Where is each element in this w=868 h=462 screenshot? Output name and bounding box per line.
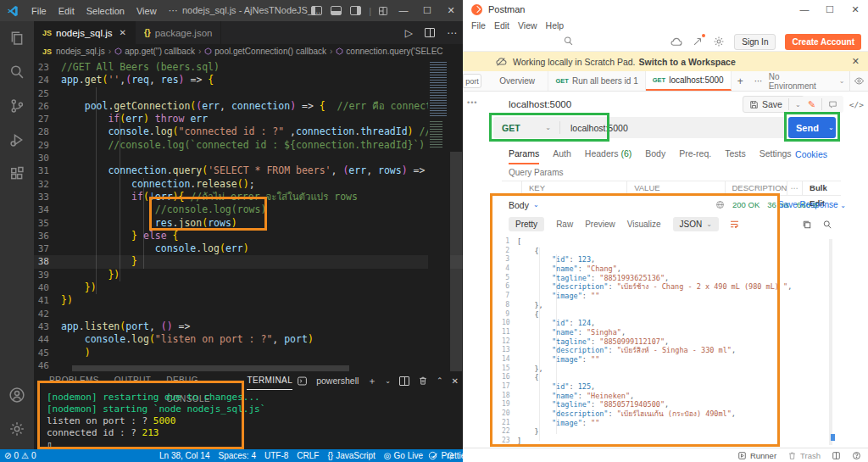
two-pane-view-icon[interactable] (832, 451, 841, 460)
indentation[interactable]: Spaces: 4 (219, 451, 256, 460)
encoding[interactable]: UTF-8 (264, 451, 288, 460)
tab-options-icon[interactable]: ⋯ (749, 71, 769, 91)
customize-layout-icon[interactable] (378, 6, 388, 16)
tab-close-icon[interactable]: ✕ (120, 28, 126, 37)
search-response-icon[interactable] (822, 220, 832, 230)
source-control-icon[interactable] (8, 89, 25, 123)
search-icon[interactable] (8, 55, 25, 89)
split-terminal-icon[interactable] (399, 376, 409, 386)
settings-gear-icon[interactable] (8, 412, 25, 449)
environment-selector[interactable]: No Environment ⌄ (769, 72, 850, 91)
toggle-panel-icon[interactable] (331, 6, 342, 15)
response-status[interactable]: 200 OK (732, 200, 760, 209)
tab-prerequest[interactable]: Pre-req. (679, 144, 711, 164)
wrap-lines-icon[interactable] (729, 219, 740, 230)
minimize-button[interactable]: — (792, 0, 817, 19)
notifications-bell-icon[interactable] (446, 451, 455, 460)
breadcrumb-file[interactable]: nodejs_sql.js (56, 47, 105, 56)
params-more-icon[interactable]: ⋯ (787, 181, 804, 196)
toggle-secondary-sidebar-icon[interactable] (350, 6, 361, 15)
breadcrumb[interactable]: JS nodejs_sql.js › app.get('') callback … (34, 44, 463, 58)
import-button-fragment[interactable]: port (463, 74, 481, 88)
tab-settings[interactable]: Settings (760, 144, 792, 164)
sync-cloud-icon[interactable] (670, 36, 682, 48)
url-input[interactable]: localhost:5000 (560, 123, 628, 133)
maximize-panel-icon[interactable]: ⌃ (437, 376, 443, 385)
column-value[interactable]: VALUE (627, 181, 725, 196)
go-live-button[interactable]: ◎ Go Live (384, 451, 423, 460)
trash-button[interactable]: Trash (787, 451, 821, 460)
breadcrumb-item[interactable]: pool.getConnection() callback (214, 47, 326, 56)
terminal-output[interactable]: [nodemon] restarting due to changes...[n… (34, 392, 265, 451)
menu-view[interactable]: View (518, 20, 537, 31)
param-checkbox-column[interactable] (502, 181, 522, 196)
view-visualize-button[interactable]: Visualize (627, 220, 661, 229)
tab-run-all-beers[interactable]: GET Run all beers id 1 (548, 71, 645, 91)
cursor-position[interactable]: Ln 38, Col 14 (159, 451, 210, 460)
menu-view[interactable]: View (131, 6, 163, 16)
sign-in-button[interactable]: Sign In (734, 34, 776, 50)
menu-help[interactable]: Help (546, 20, 565, 31)
method-selector[interactable]: GET ⌄ (493, 123, 559, 133)
runner-button[interactable]: Runner (737, 451, 776, 460)
capture-requests-icon[interactable] (692, 36, 704, 47)
tab-debug-console[interactable]: DEBUG CONSOLE (166, 371, 231, 390)
rename-pencil-icon[interactable]: ✎ (802, 99, 821, 110)
tab-body[interactable]: Body (645, 144, 665, 164)
toggle-sidebar-icon[interactable] (311, 6, 322, 15)
send-button[interactable]: Send ⌄ (788, 117, 836, 138)
close-button[interactable]: ✕ (439, 0, 463, 21)
minimap[interactable] (428, 58, 450, 371)
eol-sequence[interactable]: CRLF (297, 451, 319, 460)
save-response-button[interactable]: Save Response ⌄ (778, 200, 846, 209)
extensions-icon[interactable] (8, 157, 25, 191)
tab-localhost-5000[interactable]: GET localhost:5000 (646, 71, 732, 91)
explorer-icon[interactable] (8, 21, 25, 55)
tab-params[interactable]: Params (509, 144, 539, 164)
copy-response-icon[interactable] (802, 220, 812, 230)
view-pretty-button[interactable]: Pretty (509, 217, 544, 231)
code-snippet-toggle[interactable]: </> (849, 100, 864, 109)
language-mode[interactable]: {} JavaScript (327, 451, 375, 460)
breadcrumb-item[interactable]: connection.query('SELEC (346, 47, 442, 56)
run-file-icon[interactable]: ▷ (405, 27, 413, 39)
comment-icon[interactable] (822, 100, 843, 109)
banner-close-icon[interactable]: ✕ (852, 56, 868, 67)
close-panel-icon[interactable]: ✕ (452, 376, 459, 386)
view-preview-button[interactable]: Preview (585, 220, 615, 229)
view-raw-button[interactable]: Raw (556, 220, 573, 229)
menu-edit[interactable]: Edit (53, 6, 81, 16)
new-tab-icon[interactable]: + (732, 71, 749, 91)
tab-auth[interactable]: Auth (553, 144, 571, 164)
network-globe-icon[interactable] (715, 200, 725, 209)
tab-overview[interactable]: Overview (487, 71, 549, 91)
maximize-button[interactable]: ☐ (415, 0, 439, 21)
tab-output[interactable]: OUTPUT (114, 371, 152, 390)
response-body-json[interactable]: 1[2 {3 "id": 123,4 "name": "Chang",5 "ta… (502, 237, 837, 446)
environment-quick-look-icon[interactable] (849, 71, 868, 92)
run-debug-icon[interactable] (8, 123, 25, 157)
close-button[interactable]: ✕ (843, 0, 868, 19)
bulk-edit-button[interactable]: Bulk Edit (803, 181, 841, 196)
menu-file[interactable]: File (25, 6, 53, 16)
menu-selection[interactable]: Selection (81, 6, 131, 16)
editor-vertical-scrollbar[interactable] (450, 152, 462, 371)
tab-headers[interactable]: Headers (6) (585, 144, 632, 164)
cookies-link[interactable]: Cookies (795, 149, 827, 159)
kill-terminal-icon[interactable] (418, 376, 428, 386)
tab-tests[interactable]: Tests (725, 144, 746, 164)
settings-gear-icon[interactable] (713, 36, 725, 47)
menu-file[interactable]: File (471, 20, 486, 31)
response-scrollbar[interactable] (829, 239, 832, 445)
shell-selector[interactable]: powershell (316, 376, 359, 386)
menu-more[interactable]: ⋯ (163, 5, 184, 16)
editor-horizontal-scrollbar[interactable] (72, 365, 349, 371)
switch-workspace-link[interactable]: Switch to a Workspace (639, 57, 736, 67)
new-terminal-icon[interactable]: ＋ (367, 375, 376, 387)
search-icon[interactable] (563, 36, 574, 47)
editor-more-actions-icon[interactable]: ⋯ (447, 27, 457, 39)
format-selector[interactable]: JSON ⌄ (673, 217, 719, 231)
breadcrumb-item[interactable]: app.get('') callback (125, 47, 195, 56)
response-body-selector[interactable]: Body ⌄ (509, 200, 539, 210)
terminal-dropdown-icon[interactable]: ⌄ (385, 377, 391, 385)
